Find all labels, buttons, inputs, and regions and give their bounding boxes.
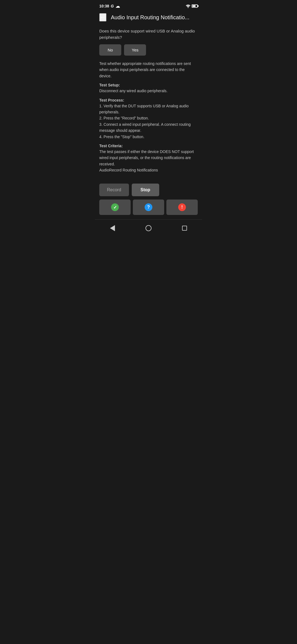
status-right	[186, 4, 198, 8]
yes-button[interactable]: Yes	[124, 44, 146, 56]
process-body: 1. Verify that the DUT supports USB or A…	[99, 103, 198, 140]
pass-icon: ✓	[111, 203, 119, 211]
nav-recent-icon	[182, 226, 187, 231]
status-left: 10:38 G ☁	[99, 4, 120, 9]
criteria-heading: Test Criteria:	[99, 144, 198, 148]
back-button[interactable]: ←	[99, 13, 106, 21]
page-title: Audio Input Routing Notificatio...	[111, 14, 198, 21]
info-icon: ?	[145, 203, 152, 211]
setup-body: Disconnect any wired audio peripherals.	[99, 88, 198, 94]
status-bar: 10:38 G ☁	[95, 0, 202, 11]
fail-icon: !	[178, 203, 186, 211]
fail-button[interactable]: !	[166, 200, 198, 215]
time-display: 10:38	[99, 4, 109, 8]
nav-recent-button[interactable]	[175, 223, 194, 233]
content-area: Does this device support wired USB or An…	[95, 26, 202, 179]
action-buttons-row: Record Stop	[95, 179, 202, 200]
result-buttons-row: ✓ ? !	[95, 200, 202, 219]
cloud-icon: ☁	[116, 4, 120, 9]
question-text: Does this device support wired USB or An…	[99, 28, 198, 40]
battery-icon	[192, 4, 198, 8]
info-button[interactable]: ?	[133, 200, 164, 215]
google-icon: G	[111, 4, 114, 8]
bottom-nav	[95, 219, 202, 239]
process-heading: Test Process:	[99, 98, 198, 102]
app-bar: ← Audio Input Routing Notificatio...	[95, 11, 202, 26]
wifi-icon	[186, 4, 191, 8]
criteria-body: The test passes if either the device DOE…	[99, 149, 198, 173]
nav-back-button[interactable]	[103, 223, 122, 233]
svg-point-0	[188, 7, 189, 8]
choice-button-row: No Yes	[99, 44, 198, 56]
nav-home-button[interactable]	[139, 223, 158, 233]
pass-button[interactable]: ✓	[99, 200, 131, 215]
no-button[interactable]: No	[99, 44, 121, 56]
record-button[interactable]: Record	[99, 184, 129, 196]
setup-heading: Test Setup:	[99, 83, 198, 87]
nav-home-icon	[145, 225, 152, 231]
description-text: Test whether appropriate routing notific…	[99, 61, 198, 79]
stop-button[interactable]: Stop	[132, 184, 159, 196]
nav-back-icon	[110, 225, 115, 231]
